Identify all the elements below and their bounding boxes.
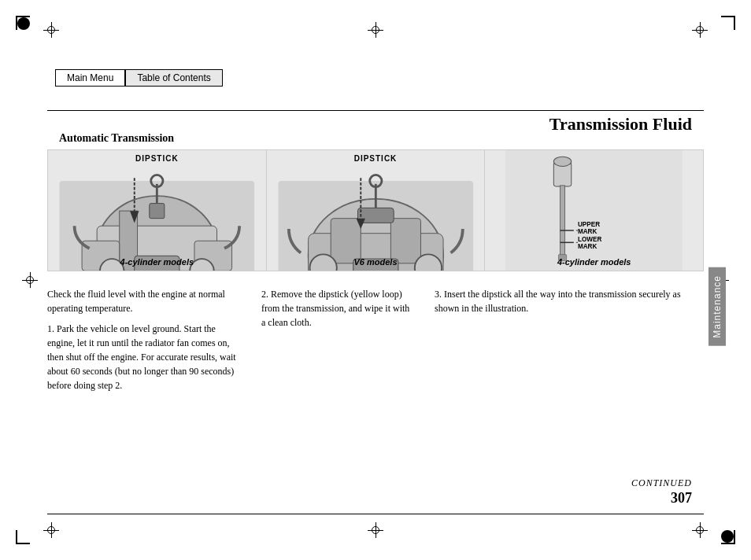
- step3-num: 3.: [435, 289, 444, 300]
- reg-mark-top-left: [43, 22, 59, 38]
- page-number: 307: [671, 490, 692, 507]
- svg-rect-31: [560, 186, 565, 258]
- image-col-1: DIPSTICK 4-cylinder models: [47, 149, 267, 271]
- sidebar-maintenance-label: Maintenance: [708, 267, 726, 346]
- dipstick-marks-illustration: UPPER MARK LOWER MARK: [485, 150, 703, 271]
- reg-circle-br: [721, 530, 734, 543]
- svg-rect-4: [150, 204, 165, 219]
- step2-body: Remove the dipstick (yellow loop) from t…: [261, 289, 409, 328]
- image-label-1: DIPSTICK: [48, 154, 266, 163]
- table-of-contents-button[interactable]: Table of Contents: [125, 69, 222, 87]
- step1-body: Park the vehicle on level ground. Start …: [47, 323, 236, 391]
- image-col-2: DIPSTICK V6 models: [267, 149, 486, 271]
- reg-mark-mid-left: [22, 272, 38, 288]
- reg-mark-bot-left: [43, 522, 59, 538]
- reg-mark-bot-mid: [368, 522, 383, 538]
- image-caption-3: 4-cylinder models: [485, 257, 703, 267]
- content-col-mid: 2. Remove the dipstick (yellow loop) fro…: [252, 287, 425, 392]
- section-title: Automatic Transmission: [59, 132, 174, 145]
- step3-body: Insert the dipstick all the way into the…: [435, 289, 681, 314]
- image-label-2: DIPSTICK: [267, 154, 485, 163]
- nav-bar: Main Menu Table of Contents: [55, 69, 223, 87]
- content-col-right: 3. Insert the dipstick all the way into …: [425, 287, 702, 392]
- reg-mark-top-mid: [368, 22, 383, 38]
- image-caption-2: V6 models: [267, 257, 485, 267]
- top-divider: [47, 110, 704, 111]
- step1-text: 1. Park the vehicle on level ground. Sta…: [47, 322, 240, 392]
- image-col-3: UPPER MARK LOWER MARK 4-cylinder models: [485, 149, 704, 271]
- images-row: DIPSTICK 4-cylinder models: [47, 149, 704, 271]
- corner-mark-bl: [16, 530, 30, 544]
- step1-num: 1.: [47, 323, 57, 334]
- image-caption-1: 4-cylinder models: [48, 257, 266, 267]
- step3-text: 3. Insert the dipstick all the way into …: [435, 287, 702, 315]
- engine-illustration-2: [271, 166, 481, 271]
- svg-rect-28: [505, 150, 682, 271]
- bottom-divider: [47, 514, 704, 514]
- intro-text: Check the fluid level with the engine at…: [47, 287, 240, 315]
- main-menu-button[interactable]: Main Menu: [55, 69, 125, 87]
- reg-mark-bot-right: [692, 522, 708, 538]
- content-col-left: Check the fluid level with the engine at…: [47, 287, 252, 392]
- step2-text: 2. Remove the dipstick (yellow loop) fro…: [261, 287, 413, 330]
- svg-text:MARK: MARK: [578, 228, 597, 235]
- svg-text:LOWER: LOWER: [578, 236, 601, 243]
- engine-illustration-1: [52, 166, 262, 271]
- continued-label: CONTINUED: [631, 477, 692, 489]
- corner-mark-tr: [721, 16, 735, 30]
- step2-num: 2.: [261, 289, 271, 300]
- page-title: Transmission Fluid: [549, 114, 692, 134]
- svg-text:UPPER: UPPER: [578, 221, 600, 228]
- svg-point-30: [554, 157, 572, 166]
- reg-circle-tl: [17, 17, 30, 30]
- reg-mark-top-right: [692, 22, 708, 38]
- content-area: Check the fluid level with the engine at…: [47, 287, 702, 392]
- svg-text:MARK: MARK: [578, 243, 597, 250]
